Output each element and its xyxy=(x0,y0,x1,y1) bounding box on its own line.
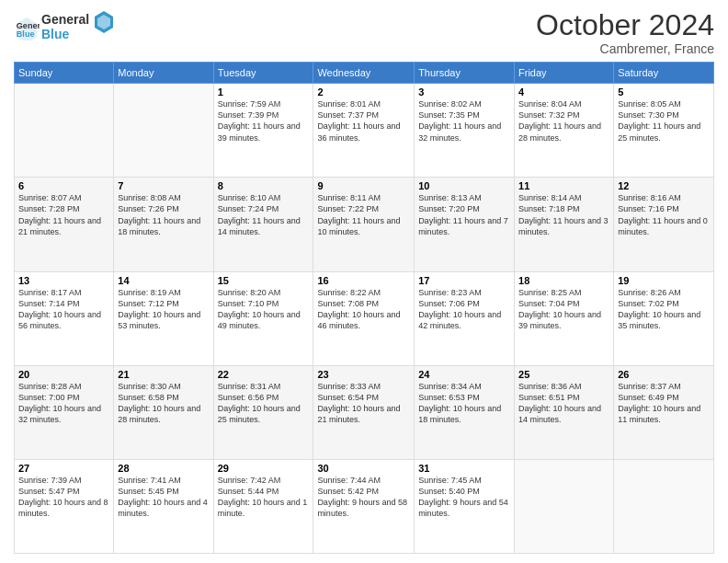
day-info: Sunrise: 8:14 AMSunset: 7:18 PMDaylight:… xyxy=(518,192,609,237)
calendar-cell xyxy=(614,459,714,553)
day-number: 14 xyxy=(118,275,209,286)
calendar-cell: 7Sunrise: 8:08 AMSunset: 7:26 PMDaylight… xyxy=(114,178,213,271)
day-number: 8 xyxy=(218,180,310,191)
day-info: Sunrise: 7:44 AMSunset: 5:42 PMDaylight:… xyxy=(317,475,410,520)
col-sunday: Sunday xyxy=(15,63,114,84)
day-info: Sunrise: 7:39 AMSunset: 5:47 PMDaylight:… xyxy=(18,475,109,520)
col-thursday: Thursday xyxy=(415,63,515,84)
calendar-cell: 27Sunrise: 7:39 AMSunset: 5:47 PMDayligh… xyxy=(15,459,114,553)
day-info: Sunrise: 8:16 AMSunset: 7:16 PMDaylight:… xyxy=(618,192,710,237)
day-number: 20 xyxy=(18,369,109,380)
day-info: Sunrise: 8:11 AMSunset: 7:22 PMDaylight:… xyxy=(317,192,410,237)
day-number: 13 xyxy=(18,275,109,286)
day-number: 26 xyxy=(618,369,710,380)
day-info: Sunrise: 8:23 AMSunset: 7:06 PMDaylight:… xyxy=(418,287,510,332)
day-info: Sunrise: 8:31 AMSunset: 6:56 PMDaylight:… xyxy=(218,381,310,426)
day-number: 21 xyxy=(118,369,209,380)
logo-svg: General Blue xyxy=(41,9,115,46)
calendar-cell xyxy=(15,84,114,178)
day-info: Sunrise: 7:41 AMSunset: 5:45 PMDaylight:… xyxy=(118,475,209,520)
day-info: Sunrise: 8:08 AMSunset: 7:26 PMDaylight:… xyxy=(118,192,209,237)
week-row-3: 13Sunrise: 8:17 AMSunset: 7:14 PMDayligh… xyxy=(15,271,714,365)
calendar-cell: 25Sunrise: 8:36 AMSunset: 6:51 PMDayligh… xyxy=(515,365,614,459)
day-info: Sunrise: 8:34 AMSunset: 6:53 PMDaylight:… xyxy=(418,381,510,426)
calendar-cell: 14Sunrise: 8:19 AMSunset: 7:12 PMDayligh… xyxy=(114,271,213,365)
day-info: Sunrise: 8:36 AMSunset: 6:51 PMDaylight:… xyxy=(518,381,609,426)
day-number: 16 xyxy=(317,275,410,286)
day-number: 25 xyxy=(518,369,609,380)
calendar-cell: 17Sunrise: 8:23 AMSunset: 7:06 PMDayligh… xyxy=(415,271,515,365)
calendar-table: Sunday Monday Tuesday Wednesday Thursday… xyxy=(14,62,714,554)
svg-text:Blue: Blue xyxy=(41,27,70,41)
calendar-cell: 29Sunrise: 7:42 AMSunset: 5:44 PMDayligh… xyxy=(213,459,313,553)
day-info: Sunrise: 8:26 AMSunset: 7:02 PMDaylight:… xyxy=(618,287,710,332)
calendar-cell: 10Sunrise: 8:13 AMSunset: 7:20 PMDayligh… xyxy=(415,178,515,271)
calendar-cell: 20Sunrise: 8:28 AMSunset: 7:00 PMDayligh… xyxy=(15,365,114,459)
calendar-cell: 18Sunrise: 8:25 AMSunset: 7:04 PMDayligh… xyxy=(515,271,614,365)
calendar-cell: 16Sunrise: 8:22 AMSunset: 7:08 PMDayligh… xyxy=(313,271,415,365)
col-wednesday: Wednesday xyxy=(313,63,415,84)
day-number: 24 xyxy=(418,369,510,380)
title-block: October 2024 Cambremer, France xyxy=(536,9,714,56)
calendar-cell: 24Sunrise: 8:34 AMSunset: 6:53 PMDayligh… xyxy=(415,365,515,459)
calendar-cell: 19Sunrise: 8:26 AMSunset: 7:02 PMDayligh… xyxy=(614,271,714,365)
day-info: Sunrise: 8:04 AMSunset: 7:32 PMDaylight:… xyxy=(518,98,609,144)
day-number: 23 xyxy=(317,369,410,380)
calendar-cell: 12Sunrise: 8:16 AMSunset: 7:16 PMDayligh… xyxy=(614,178,714,271)
day-info: Sunrise: 8:25 AMSunset: 7:04 PMDaylight:… xyxy=(518,287,609,332)
calendar-cell: 22Sunrise: 8:31 AMSunset: 6:56 PMDayligh… xyxy=(213,365,313,459)
calendar-cell xyxy=(515,459,614,553)
day-info: Sunrise: 8:07 AMSunset: 7:28 PMDaylight:… xyxy=(18,192,109,237)
calendar-cell: 13Sunrise: 8:17 AMSunset: 7:14 PMDayligh… xyxy=(15,271,114,365)
day-number: 15 xyxy=(218,275,310,286)
day-info: Sunrise: 8:33 AMSunset: 6:54 PMDaylight:… xyxy=(317,381,410,426)
svg-text:Blue: Blue xyxy=(17,29,35,39)
day-info: Sunrise: 8:19 AMSunset: 7:12 PMDaylight:… xyxy=(118,287,209,332)
day-number: 3 xyxy=(418,86,510,98)
day-number: 17 xyxy=(418,275,510,286)
day-number: 7 xyxy=(118,180,209,191)
day-number: 12 xyxy=(618,180,710,191)
day-info: Sunrise: 8:02 AMSunset: 7:35 PMDaylight:… xyxy=(418,98,510,144)
calendar-cell: 11Sunrise: 8:14 AMSunset: 7:18 PMDayligh… xyxy=(515,178,614,271)
day-info: Sunrise: 8:10 AMSunset: 7:24 PMDaylight:… xyxy=(218,192,310,237)
day-info: Sunrise: 8:30 AMSunset: 6:58 PMDaylight:… xyxy=(118,381,209,426)
day-info: Sunrise: 8:28 AMSunset: 7:00 PMDaylight:… xyxy=(18,381,109,426)
day-info: Sunrise: 7:59 AMSunset: 7:39 PMDaylight:… xyxy=(218,98,310,144)
calendar-cell: 31Sunrise: 7:45 AMSunset: 5:40 PMDayligh… xyxy=(415,459,515,553)
day-info: Sunrise: 8:13 AMSunset: 7:20 PMDaylight:… xyxy=(418,192,510,237)
header-row: Sunday Monday Tuesday Wednesday Thursday… xyxy=(15,63,714,84)
day-number: 6 xyxy=(18,180,109,191)
calendar-cell: 4Sunrise: 8:04 AMSunset: 7:32 PMDaylight… xyxy=(515,84,614,178)
day-number: 27 xyxy=(18,463,109,474)
calendar-cell: 28Sunrise: 7:41 AMSunset: 5:45 PMDayligh… xyxy=(114,459,213,553)
calendar-cell: 9Sunrise: 8:11 AMSunset: 7:22 PMDaylight… xyxy=(313,178,415,271)
calendar-cell: 30Sunrise: 7:44 AMSunset: 5:42 PMDayligh… xyxy=(313,459,415,553)
calendar-cell: 23Sunrise: 8:33 AMSunset: 6:54 PMDayligh… xyxy=(313,365,415,459)
calendar-cell: 26Sunrise: 8:37 AMSunset: 6:49 PMDayligh… xyxy=(614,365,714,459)
calendar-cell: 6Sunrise: 8:07 AMSunset: 7:28 PMDaylight… xyxy=(15,178,114,271)
header: General Blue General Blue October 2024 C… xyxy=(14,9,714,56)
day-info: Sunrise: 7:45 AMSunset: 5:40 PMDaylight:… xyxy=(418,475,510,520)
day-info: Sunrise: 8:37 AMSunset: 6:49 PMDaylight:… xyxy=(618,381,710,426)
calendar-cell xyxy=(114,84,213,178)
day-number: 31 xyxy=(418,463,510,474)
day-number: 22 xyxy=(218,369,310,380)
day-info: Sunrise: 7:42 AMSunset: 5:44 PMDaylight:… xyxy=(218,475,310,520)
svg-text:General: General xyxy=(41,12,89,27)
day-info: Sunrise: 8:01 AMSunset: 7:37 PMDaylight:… xyxy=(317,98,410,144)
week-row-4: 20Sunrise: 8:28 AMSunset: 7:00 PMDayligh… xyxy=(15,365,714,459)
day-number: 30 xyxy=(317,463,410,474)
day-number: 19 xyxy=(618,275,710,286)
col-tuesday: Tuesday xyxy=(213,63,313,84)
day-info: Sunrise: 8:22 AMSunset: 7:08 PMDaylight:… xyxy=(317,287,410,332)
col-saturday: Saturday xyxy=(614,63,714,84)
day-number: 9 xyxy=(317,180,410,191)
day-number: 1 xyxy=(218,86,310,98)
col-monday: Monday xyxy=(114,63,213,84)
day-number: 28 xyxy=(118,463,209,474)
calendar-cell: 2Sunrise: 8:01 AMSunset: 7:37 PMDaylight… xyxy=(313,84,415,178)
day-info: Sunrise: 8:20 AMSunset: 7:10 PMDaylight:… xyxy=(218,287,310,332)
day-number: 29 xyxy=(218,463,310,474)
day-number: 11 xyxy=(518,180,609,191)
